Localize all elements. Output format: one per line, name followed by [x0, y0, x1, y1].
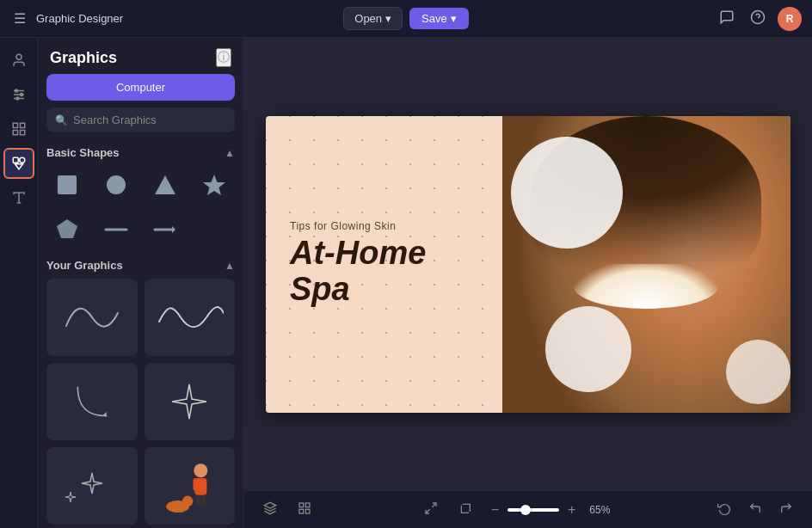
svg-rect-53 — [305, 503, 310, 507]
save-label: Save — [421, 12, 447, 25]
svg-rect-37 — [201, 495, 206, 506]
canvas-area: Tips for Glowing Skin At-Home Spa — [244, 38, 812, 528]
shape-square[interactable] — [46, 166, 89, 204]
your-graphics-title: Your Graphics — [46, 259, 123, 272]
zoom-in-button[interactable]: + — [564, 500, 579, 519]
sidebar: Graphics ⓘ Computer 🔍 Basic Shapes ▲ — [38, 38, 244, 528]
bottom-bar: − + 65% — [244, 490, 812, 528]
canvas-circle-medium — [545, 306, 631, 392]
nav-icon-text[interactable] — [3, 182, 34, 213]
your-graphics-collapse[interactable]: ▲ — [225, 260, 235, 272]
refresh-icon[interactable] — [712, 498, 736, 521]
zoom-out-button[interactable]: − — [488, 500, 502, 519]
svg-rect-13 — [13, 157, 18, 163]
shape-star[interactable] — [193, 166, 235, 204]
svg-rect-9 — [13, 123, 17, 127]
shape-line[interactable] — [95, 211, 138, 249]
zoom-slider[interactable] — [508, 508, 559, 512]
canvas-subtitle: Tips for Glowing Skin — [290, 220, 426, 232]
graphics-grid — [46, 279, 235, 528]
avatar[interactable]: R — [778, 7, 802, 31]
svg-rect-34 — [194, 478, 198, 490]
save-caret-icon: ▾ — [451, 12, 457, 25]
computer-button[interactable]: Computer — [46, 74, 235, 101]
svg-point-8 — [16, 97, 19, 100]
canvas-scroll[interactable]: Tips for Glowing Skin At-Home Spa — [244, 38, 812, 490]
shape-arrow[interactable] — [145, 211, 187, 249]
svg-rect-55 — [305, 509, 310, 513]
shapes-grid — [46, 166, 235, 249]
chat-icon[interactable] — [716, 6, 738, 32]
open-label: Open — [354, 12, 382, 25]
svg-point-7 — [20, 94, 22, 96]
svg-rect-35 — [201, 478, 206, 490]
svg-rect-52 — [299, 503, 304, 507]
topbar: ☰ Graphic Designer Open ▾ Save ▾ R — [0, 0, 812, 38]
svg-marker-21 — [203, 175, 225, 195]
shape-pentagon[interactable] — [46, 211, 89, 249]
open-button[interactable]: Open ▾ — [343, 7, 403, 30]
canvas-circle-small — [726, 340, 790, 404]
redo-button[interactable] — [774, 498, 798, 521]
topbar-right: R — [476, 6, 802, 32]
crop-icon[interactable] — [453, 498, 477, 521]
svg-rect-11 — [13, 131, 17, 135]
svg-point-19 — [107, 175, 126, 194]
topbar-center: Open ▾ Save ▾ — [343, 7, 468, 30]
shape-circle[interactable] — [95, 166, 138, 204]
svg-rect-31 — [181, 507, 184, 513]
sidebar-body: Computer 🔍 Basic Shapes ▲ — [38, 74, 243, 528]
svg-point-29 — [167, 504, 175, 508]
svg-point-14 — [19, 157, 24, 163]
help-icon[interactable] — [747, 6, 769, 32]
graphic-item-squiggle[interactable] — [46, 279, 138, 356]
menu-icon[interactable]: ☰ — [10, 7, 29, 30]
graphic-item-wave[interactable] — [145, 279, 236, 356]
svg-marker-25 — [172, 226, 175, 233]
expand-icon[interactable] — [419, 498, 443, 521]
zoom-controls: − + — [488, 500, 580, 519]
svg-marker-15 — [15, 164, 22, 169]
nav-icon-sliders[interactable] — [3, 79, 34, 110]
zoom-slider-thumb — [520, 505, 531, 515]
basic-shapes-header: Basic Shapes ▲ — [46, 143, 235, 166]
open-caret-icon: ▾ — [385, 12, 391, 25]
canvas-text-area: Tips for Glowing Skin At-Home Spa — [290, 220, 426, 308]
search-bar[interactable]: 🔍 — [46, 107, 235, 132]
svg-rect-10 — [20, 123, 24, 127]
undo-button[interactable] — [743, 498, 767, 521]
svg-rect-18 — [58, 175, 77, 194]
layers-icon[interactable] — [258, 498, 282, 521]
info-icon[interactable]: ⓘ — [216, 48, 231, 67]
shape-triangle[interactable] — [145, 166, 187, 204]
search-input[interactable] — [73, 114, 226, 126]
nav-icon-person[interactable] — [3, 45, 34, 76]
canvas-circle-large — [511, 137, 623, 249]
your-graphics-header: Your Graphics ▲ — [46, 255, 235, 279]
bottom-left — [258, 498, 317, 521]
svg-rect-36 — [196, 495, 200, 506]
bottom-right — [712, 498, 798, 521]
svg-point-2 — [16, 54, 22, 59]
svg-point-32 — [194, 464, 208, 477]
grid-view-icon[interactable] — [292, 498, 317, 521]
svg-rect-12 — [20, 131, 24, 135]
svg-point-28 — [182, 496, 193, 507]
svg-line-56 — [432, 503, 436, 507]
graphic-item-star-small[interactable] — [46, 447, 138, 525]
nav-icon-shapes[interactable] — [3, 148, 34, 179]
main-area: Graphics ⓘ Computer 🔍 Basic Shapes ▲ — [0, 38, 812, 528]
graphic-item-star4[interactable] — [145, 363, 236, 440]
canvas-title: At-Home Spa — [290, 236, 426, 308]
graphic-item-curve[interactable] — [46, 363, 138, 440]
svg-marker-20 — [155, 175, 175, 194]
graphic-item-person[interactable] — [145, 447, 236, 525]
topbar-left: ☰ Graphic Designer — [10, 7, 336, 30]
basic-shapes-collapse[interactable]: ▲ — [225, 147, 235, 159]
search-icon: 🔍 — [55, 114, 68, 126]
svg-marker-22 — [57, 219, 77, 238]
nav-icon-grid[interactable] — [3, 114, 34, 144]
sidebar-header: Graphics ⓘ — [38, 38, 243, 74]
app-title: Graphic Designer — [36, 12, 123, 25]
save-button[interactable]: Save ▾ — [409, 8, 469, 29]
